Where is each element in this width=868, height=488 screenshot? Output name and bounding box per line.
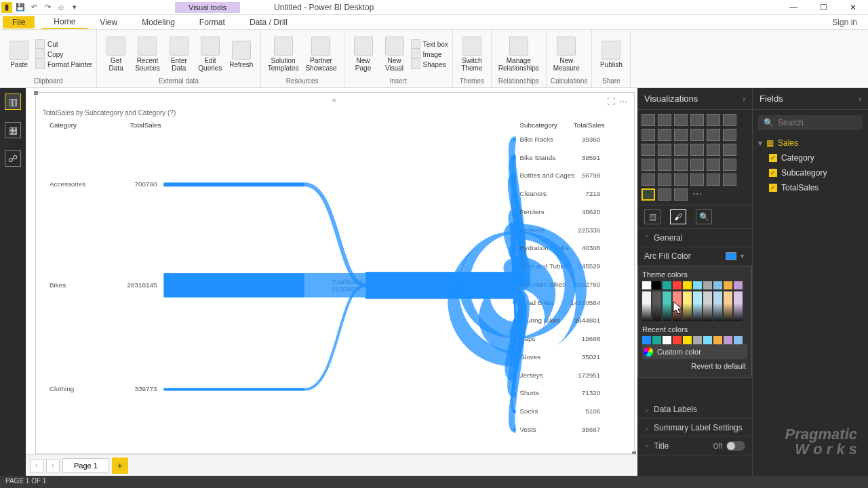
partner-showcase-button[interactable]: Partner Showcase	[302, 35, 339, 73]
arc-fill-color-row[interactable]: Arc Fill Color ▼	[637, 247, 752, 265]
format-summary-label[interactable]: ⌄Summary Label Settings	[637, 419, 752, 437]
color-swatch[interactable]	[693, 336, 702, 344]
viz-type-29[interactable]	[723, 174, 736, 186]
color-swatch[interactable]	[652, 281, 661, 289]
color-swatch[interactable]	[734, 281, 743, 289]
viz-type-1[interactable]	[658, 114, 671, 126]
page-tab-1[interactable]: Page 1	[62, 458, 109, 473]
fields-well-tab[interactable]: ▤	[644, 209, 660, 224]
viz-type-9[interactable]	[690, 129, 704, 141]
viz-type-12[interactable]	[642, 144, 655, 156]
viz-type-0[interactable]	[642, 114, 655, 126]
viz-type-6[interactable]	[642, 129, 655, 141]
edit-queries-button[interactable]: Edit Queries	[195, 35, 225, 73]
viz-more-icon[interactable]: ⋯	[690, 188, 704, 201]
color-swatch[interactable]	[663, 281, 671, 289]
canvas-area[interactable]: ≡ ⛶ ⋯ TotalSales by Subcategory and Cate…	[26, 88, 637, 476]
fields-search[interactable]: 🔍Search	[758, 115, 863, 130]
tab-view[interactable]: View	[87, 16, 130, 28]
color-swatch-column[interactable]	[713, 291, 722, 321]
arc-color-chip[interactable]	[726, 252, 736, 260]
revert-default-button[interactable]: Revert to default	[642, 359, 747, 373]
recent-sources-button[interactable]: Recent Sources	[132, 35, 163, 73]
more-options-icon[interactable]: ⋯	[619, 97, 627, 106]
viz-type-14[interactable]	[674, 144, 688, 156]
field-category[interactable]: ✓Category	[753, 150, 868, 165]
viz-type-8[interactable]	[674, 129, 688, 141]
format-tab[interactable]: 🖌	[670, 209, 686, 224]
drag-grip-icon[interactable]: ≡	[332, 97, 338, 104]
field-totalsales[interactable]: ✓TotalSales	[753, 180, 868, 195]
viz-type-5[interactable]	[723, 114, 736, 126]
shapes-button[interactable]: Shapes	[411, 60, 448, 69]
color-swatch[interactable]	[713, 336, 722, 344]
get-data-button[interactable]: Get Data	[101, 35, 131, 73]
color-swatch-column[interactable]	[673, 291, 682, 321]
viz-type-16[interactable]	[707, 144, 720, 156]
color-swatch-column[interactable]	[642, 291, 651, 321]
close-button[interactable]: ✕	[838, 0, 868, 15]
color-swatch[interactable]	[652, 336, 661, 344]
viz-type-27[interactable]	[690, 174, 704, 186]
checkbox-icon[interactable]: ✓	[769, 184, 777, 192]
new-page-button[interactable]: New Page	[349, 35, 378, 73]
color-swatch[interactable]	[673, 336, 682, 344]
color-swatch[interactable]	[683, 281, 692, 289]
color-swatch[interactable]	[713, 281, 722, 289]
viz-type-4[interactable]	[707, 114, 720, 126]
tab-format[interactable]: Format	[187, 16, 237, 28]
solution-templates-button[interactable]: Solution Templates	[265, 35, 302, 73]
viz-type-23[interactable]	[723, 159, 736, 171]
color-swatch-column[interactable]	[683, 291, 692, 321]
viz-type-10[interactable]	[707, 129, 720, 141]
viz-type-31[interactable]	[658, 188, 671, 201]
color-swatch-column[interactable]	[724, 291, 732, 321]
tab-modeling[interactable]: Modeling	[130, 16, 187, 28]
maximize-button[interactable]: ☐	[808, 0, 838, 15]
undo-icon[interactable]: ↶	[28, 2, 39, 13]
tab-home[interactable]: Home	[41, 16, 87, 29]
image-button[interactable]: Image	[411, 49, 448, 59]
viz-type-2[interactable]	[674, 114, 688, 126]
viz-type-32[interactable]	[674, 188, 688, 201]
viz-type-15[interactable]	[690, 144, 704, 156]
new-measure-button[interactable]: New Measure	[551, 35, 583, 73]
color-swatch[interactable]	[683, 336, 692, 344]
color-swatch[interactable]	[724, 281, 732, 289]
color-swatch-column[interactable]	[652, 291, 661, 321]
new-visual-button[interactable]: New Visual	[380, 35, 410, 73]
viz-type-21[interactable]	[690, 159, 704, 171]
add-page-button[interactable]: +	[112, 458, 128, 474]
viz-type-3[interactable]	[690, 114, 704, 126]
format-painter-button[interactable]: Format Painter	[35, 60, 92, 69]
color-swatch[interactable]	[663, 336, 671, 344]
viz-type-24[interactable]	[642, 174, 655, 186]
enter-data-button[interactable]: Enter Data	[164, 35, 194, 73]
viz-type-30[interactable]	[642, 188, 655, 201]
publish-button[interactable]: Publish	[596, 39, 626, 70]
arc-color-dropdown-icon[interactable]: ▼	[739, 253, 745, 260]
qat-dropdown-icon[interactable]: ▾	[69, 2, 80, 13]
copy-button[interactable]: Copy	[35, 49, 92, 59]
paste-button[interactable]: Paste	[4, 39, 34, 70]
format-title[interactable]: ⌄Title Off	[637, 437, 752, 455]
minimize-button[interactable]: —	[778, 0, 808, 15]
color-swatch[interactable]	[642, 281, 651, 289]
page-next-button[interactable]: ›	[46, 459, 60, 472]
manage-relationships-button[interactable]: Manage Relationships	[496, 35, 542, 73]
report-view-button[interactable]: ▥	[5, 94, 21, 110]
format-data-labels[interactable]: ⌄Data Labels	[637, 401, 752, 419]
viz-type-7[interactable]	[658, 129, 671, 141]
data-view-button[interactable]: ▦	[5, 122, 21, 138]
color-swatch-column[interactable]	[693, 291, 702, 321]
color-swatch-column[interactable]	[734, 291, 743, 321]
cut-button[interactable]: Cut	[35, 39, 92, 49]
analytics-tab[interactable]: 🔍	[696, 209, 712, 224]
custom-color-button[interactable]: Custom color	[642, 344, 747, 359]
checkbox-icon[interactable]: ✓	[769, 169, 777, 177]
viz-type-25[interactable]	[658, 174, 671, 186]
viz-type-18[interactable]	[642, 159, 655, 171]
viz-type-28[interactable]	[707, 174, 720, 186]
viz-type-20[interactable]	[674, 159, 688, 171]
checkbox-icon[interactable]: ✓	[769, 154, 777, 162]
